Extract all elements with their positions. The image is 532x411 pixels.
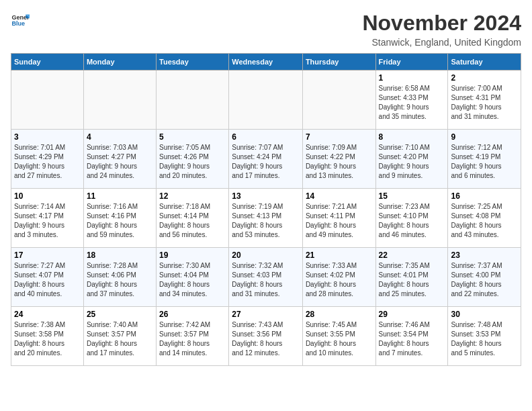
header-friday: Friday: [375, 54, 448, 71]
calendar-cell: 29Sunrise: 7:46 AM Sunset: 3:54 PM Dayli…: [375, 307, 448, 366]
day-info: Sunrise: 7:12 AM Sunset: 4:19 PM Dayligh…: [451, 143, 518, 181]
calendar-cell: [83, 71, 156, 130]
calendar-cell: 20Sunrise: 7:32 AM Sunset: 4:03 PM Dayli…: [229, 248, 303, 307]
day-number: 3: [14, 132, 81, 142]
day-info: Sunrise: 7:28 AM Sunset: 4:06 PM Dayligh…: [87, 261, 153, 299]
day-info: Sunrise: 7:09 AM Sunset: 4:22 PM Dayligh…: [306, 143, 373, 181]
day-number: 21: [306, 250, 373, 260]
day-info: Sunrise: 7:43 AM Sunset: 3:56 PM Dayligh…: [232, 320, 300, 358]
day-number: 9: [451, 132, 518, 142]
day-number: 6: [232, 132, 300, 142]
day-number: 17: [14, 250, 81, 260]
day-info: Sunrise: 7:42 AM Sunset: 3:57 PM Dayligh…: [159, 320, 226, 358]
calendar-cell: 14Sunrise: 7:21 AM Sunset: 4:11 PM Dayli…: [302, 189, 375, 248]
calendar-cell: [302, 71, 375, 130]
day-number: 5: [159, 132, 226, 142]
day-info: Sunrise: 7:35 AM Sunset: 4:01 PM Dayligh…: [379, 261, 445, 299]
day-number: 25: [87, 310, 153, 319]
calendar-body: 1Sunrise: 6:58 AM Sunset: 4:33 PM Daylig…: [11, 71, 521, 366]
header-row: SundayMondayTuesdayWednesdayThursdayFrid…: [11, 54, 521, 71]
calendar-cell: 1Sunrise: 6:58 AM Sunset: 4:33 PM Daylig…: [375, 71, 448, 130]
day-info: Sunrise: 7:01 AM Sunset: 4:29 PM Dayligh…: [14, 143, 81, 181]
day-number: 18: [87, 250, 153, 260]
calendar-cell: 23Sunrise: 7:37 AM Sunset: 4:00 PM Dayli…: [448, 248, 521, 307]
calendar-cell: 27Sunrise: 7:43 AM Sunset: 3:56 PM Dayli…: [229, 307, 303, 366]
day-number: 29: [379, 310, 445, 319]
day-info: Sunrise: 7:07 AM Sunset: 4:24 PM Dayligh…: [232, 143, 300, 181]
calendar-cell: 6Sunrise: 7:07 AM Sunset: 4:24 PM Daylig…: [229, 130, 303, 189]
day-info: Sunrise: 7:32 AM Sunset: 4:03 PM Dayligh…: [232, 261, 300, 299]
calendar-cell: 8Sunrise: 7:10 AM Sunset: 4:20 PM Daylig…: [375, 130, 448, 189]
day-number: 24: [14, 310, 81, 319]
day-number: 16: [451, 191, 518, 201]
day-info: Sunrise: 7:38 AM Sunset: 3:58 PM Dayligh…: [14, 320, 81, 358]
month-title: November 2024: [362, 11, 521, 36]
calendar-cell: 18Sunrise: 7:28 AM Sunset: 4:06 PM Dayli…: [83, 248, 156, 307]
day-number: 7: [306, 132, 373, 142]
day-info: Sunrise: 7:48 AM Sunset: 3:53 PM Dayligh…: [451, 320, 518, 358]
day-info: Sunrise: 7:16 AM Sunset: 4:16 PM Dayligh…: [87, 202, 153, 240]
calendar-cell: 26Sunrise: 7:42 AM Sunset: 3:57 PM Dayli…: [157, 307, 229, 366]
day-number: 10: [14, 191, 81, 201]
calendar-cell: 10Sunrise: 7:14 AM Sunset: 4:17 PM Dayli…: [11, 189, 84, 248]
calendar-cell: 21Sunrise: 7:33 AM Sunset: 4:02 PM Dayli…: [302, 248, 375, 307]
day-number: 1: [379, 73, 445, 83]
calendar-cell: 15Sunrise: 7:23 AM Sunset: 4:10 PM Dayli…: [375, 189, 448, 248]
header-sunday: Sunday: [11, 54, 84, 71]
day-info: Sunrise: 7:30 AM Sunset: 4:04 PM Dayligh…: [159, 261, 226, 299]
calendar-cell: [11, 71, 84, 130]
day-number: 23: [451, 250, 518, 260]
logo: General Blue: [11, 11, 30, 30]
day-info: Sunrise: 7:18 AM Sunset: 4:14 PM Dayligh…: [159, 202, 226, 240]
day-info: Sunrise: 7:27 AM Sunset: 4:07 PM Dayligh…: [14, 261, 81, 299]
calendar-header: SundayMondayTuesdayWednesdayThursdayFrid…: [11, 54, 521, 71]
day-number: 30: [451, 310, 518, 319]
day-info: Sunrise: 7:10 AM Sunset: 4:20 PM Dayligh…: [379, 143, 445, 181]
calendar-cell: 22Sunrise: 7:35 AM Sunset: 4:01 PM Dayli…: [375, 248, 448, 307]
day-number: 28: [306, 310, 373, 319]
day-info: Sunrise: 7:14 AM Sunset: 4:17 PM Dayligh…: [14, 202, 81, 240]
header-saturday: Saturday: [448, 54, 521, 71]
week-row-0: 1Sunrise: 6:58 AM Sunset: 4:33 PM Daylig…: [11, 71, 521, 130]
day-number: 22: [379, 250, 445, 260]
calendar-cell: 28Sunrise: 7:45 AM Sunset: 3:55 PM Dayli…: [302, 307, 375, 366]
calendar-cell: 11Sunrise: 7:16 AM Sunset: 4:16 PM Dayli…: [83, 189, 156, 248]
day-number: 19: [159, 250, 226, 260]
page-header: General Blue November 2024 Stanwick, Eng…: [11, 11, 521, 48]
calendar-cell: 5Sunrise: 7:05 AM Sunset: 4:26 PM Daylig…: [157, 130, 229, 189]
title-section: November 2024 Stanwick, England, United …: [362, 11, 521, 48]
day-number: 14: [306, 191, 373, 201]
header-wednesday: Wednesday: [229, 54, 303, 71]
day-info: Sunrise: 7:21 AM Sunset: 4:11 PM Dayligh…: [306, 202, 373, 240]
header-tuesday: Tuesday: [157, 54, 229, 71]
calendar-cell: 24Sunrise: 7:38 AM Sunset: 3:58 PM Dayli…: [11, 307, 84, 366]
day-info: Sunrise: 7:37 AM Sunset: 4:00 PM Dayligh…: [451, 261, 518, 299]
calendar-cell: 2Sunrise: 7:00 AM Sunset: 4:31 PM Daylig…: [448, 71, 521, 130]
day-info: Sunrise: 7:25 AM Sunset: 4:08 PM Dayligh…: [451, 202, 518, 240]
day-info: Sunrise: 7:33 AM Sunset: 4:02 PM Dayligh…: [306, 261, 373, 299]
week-row-2: 10Sunrise: 7:14 AM Sunset: 4:17 PM Dayli…: [11, 189, 521, 248]
calendar-cell: [157, 71, 229, 130]
day-info: Sunrise: 7:03 AM Sunset: 4:27 PM Dayligh…: [87, 143, 153, 181]
day-info: Sunrise: 7:46 AM Sunset: 3:54 PM Dayligh…: [379, 320, 445, 358]
day-number: 12: [159, 191, 226, 201]
week-row-3: 17Sunrise: 7:27 AM Sunset: 4:07 PM Dayli…: [11, 248, 521, 307]
svg-text:Blue: Blue: [11, 20, 25, 27]
week-row-1: 3Sunrise: 7:01 AM Sunset: 4:29 PM Daylig…: [11, 130, 521, 189]
day-number: 13: [232, 191, 300, 201]
calendar-cell: 12Sunrise: 7:18 AM Sunset: 4:14 PM Dayli…: [157, 189, 229, 248]
day-info: Sunrise: 7:05 AM Sunset: 4:26 PM Dayligh…: [159, 143, 226, 181]
day-number: 27: [232, 310, 300, 319]
calendar-cell: 19Sunrise: 7:30 AM Sunset: 4:04 PM Dayli…: [157, 248, 229, 307]
day-info: Sunrise: 7:40 AM Sunset: 3:57 PM Dayligh…: [87, 320, 153, 358]
day-info: Sunrise: 7:23 AM Sunset: 4:10 PM Dayligh…: [379, 202, 445, 240]
day-info: Sunrise: 7:00 AM Sunset: 4:31 PM Dayligh…: [451, 84, 518, 122]
week-row-4: 24Sunrise: 7:38 AM Sunset: 3:58 PM Dayli…: [11, 307, 521, 366]
calendar-cell: 3Sunrise: 7:01 AM Sunset: 4:29 PM Daylig…: [11, 130, 84, 189]
day-number: 2: [451, 73, 518, 83]
day-number: 8: [379, 132, 445, 142]
calendar-cell: 13Sunrise: 7:19 AM Sunset: 4:13 PM Dayli…: [229, 189, 303, 248]
day-info: Sunrise: 7:45 AM Sunset: 3:55 PM Dayligh…: [306, 320, 373, 358]
calendar-cell: 4Sunrise: 7:03 AM Sunset: 4:27 PM Daylig…: [83, 130, 156, 189]
day-number: 15: [379, 191, 445, 201]
